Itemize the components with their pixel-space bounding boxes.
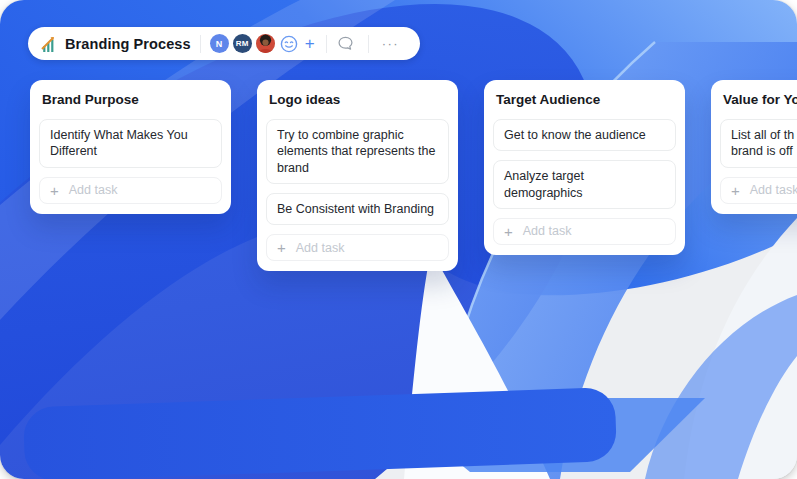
column-title: Logo ideas	[269, 92, 449, 107]
column-title: Value for Yo	[723, 92, 797, 107]
add-task-button[interactable]: + Add task	[720, 177, 797, 204]
column-title: Target Audience	[496, 92, 676, 107]
plus-icon: +	[50, 183, 59, 198]
task-card[interactable]: Try to combine graphic elements that rep…	[266, 119, 449, 184]
more-options-button[interactable]: ···	[378, 37, 404, 50]
divider	[200, 35, 201, 53]
add-task-label: Add task	[69, 183, 118, 197]
add-task-button[interactable]: + Add task	[39, 177, 222, 204]
task-card[interactable]: Identify What Makes You Different	[39, 119, 222, 168]
task-card[interactable]: Get to know the audience	[493, 119, 676, 151]
board-header: Branding Process N RM +	[28, 27, 420, 60]
divider	[326, 35, 327, 53]
plus-icon: +	[277, 240, 286, 255]
kanban-column-value: Value for Yo List all of th brand is off…	[711, 80, 797, 214]
task-card[interactable]: Analyze target demographics	[493, 160, 676, 209]
add-task-label: Add task	[750, 183, 797, 197]
chart-increasing-icon	[40, 35, 58, 53]
column-title: Brand Purpose	[42, 92, 222, 107]
avatar-n[interactable]: N	[210, 34, 229, 53]
app-window: Branding Process N RM +	[0, 0, 797, 479]
divider	[368, 35, 369, 53]
task-card[interactable]: List all of th brand is off	[720, 119, 797, 168]
add-reaction-smiley-icon[interactable]	[279, 34, 299, 54]
board-title: Branding Process	[65, 36, 191, 52]
add-task-label: Add task	[296, 241, 345, 255]
comment-bubble-icon[interactable]	[336, 34, 356, 54]
avatar-rm[interactable]: RM	[233, 34, 252, 53]
kanban-column-brand-purpose: Brand Purpose Identify What Makes You Di…	[30, 80, 231, 214]
add-member-button[interactable]: +	[303, 35, 317, 52]
plus-icon: +	[731, 183, 740, 198]
task-card[interactable]: Be Consistent with Branding	[266, 193, 449, 225]
kanban-column-target-audience: Target Audience Get to know the audience…	[484, 80, 685, 255]
plus-icon: +	[504, 224, 513, 239]
add-task-label: Add task	[523, 224, 572, 238]
add-task-button[interactable]: + Add task	[493, 218, 676, 245]
avatar-photo[interactable]	[256, 34, 275, 53]
add-task-button[interactable]: + Add task	[266, 234, 449, 261]
kanban-column-logo-ideas: Logo ideas Try to combine graphic elemen…	[257, 80, 458, 271]
